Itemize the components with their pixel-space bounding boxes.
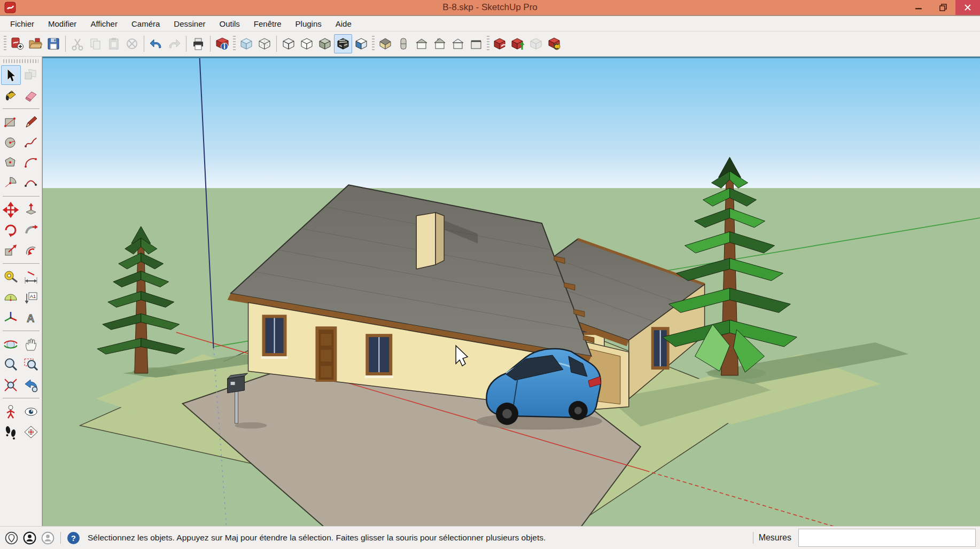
view-iso-button[interactable] (376, 34, 394, 53)
front-window-left (261, 315, 288, 359)
copy-button[interactable] (87, 34, 105, 53)
tool-arc[interactable] (21, 153, 41, 172)
undo-button[interactable] (147, 34, 165, 53)
menu-outils[interactable]: Outils (213, 16, 247, 32)
save-model-button[interactable] (44, 34, 63, 53)
tool-axes[interactable] (1, 308, 21, 327)
menu-aide[interactable]: Aide (329, 16, 359, 32)
tool-3d-text[interactable]: A (21, 308, 41, 327)
tool-offset[interactable] (21, 240, 41, 260)
tool-orbit[interactable] (1, 334, 21, 354)
tool-polygon[interactable] (1, 153, 21, 172)
style-shaded-button[interactable] (316, 34, 334, 53)
3d-text-icon: A (23, 310, 39, 326)
cut-button[interactable] (68, 34, 87, 53)
svg-text:?: ? (71, 534, 76, 542)
new-model-button[interactable] (8, 34, 26, 53)
style-back-edges-button[interactable] (255, 34, 274, 53)
zoom-icon (3, 357, 19, 373)
close-button[interactable] (955, 0, 980, 15)
menu-plugins[interactable]: Plugins (289, 16, 329, 32)
tool-follow-me[interactable] (21, 220, 41, 240)
style-shaded-with-textures-button[interactable] (334, 34, 352, 53)
rectangle-icon (3, 114, 19, 130)
toolbar-handle[interactable] (487, 36, 489, 52)
tool-pie[interactable] (1, 173, 21, 193)
tool-paint-bucket[interactable] (1, 85, 21, 105)
tool-pan[interactable] (21, 334, 41, 354)
toolbar-handle[interactable] (372, 36, 375, 52)
view-left-icon (469, 37, 483, 51)
menu-afficher[interactable]: Afficher (83, 16, 125, 32)
geolocation-icon[interactable] (4, 531, 19, 545)
tool-position-camera[interactable] (1, 402, 21, 421)
tool-circle[interactable] (1, 132, 21, 152)
redo-button[interactable] (165, 34, 183, 53)
view-back-button[interactable] (449, 34, 467, 53)
tool-protractor[interactable] (1, 287, 21, 307)
style-hidden-line-button[interactable] (298, 34, 316, 53)
model-info-button[interactable] (213, 34, 231, 53)
palette-handle[interactable] (3, 59, 38, 63)
menu-dessiner[interactable]: Dessiner (167, 16, 212, 32)
tool-palette: A1 A (0, 57, 42, 526)
open-model-button[interactable] (26, 34, 44, 53)
line-pencil-icon (23, 114, 39, 130)
get-models-button[interactable] (527, 34, 546, 53)
tool-make-component[interactable] (21, 65, 41, 85)
extension-warehouse-button[interactable] (546, 34, 564, 53)
view-top-icon (396, 37, 410, 51)
toolbar-handle[interactable] (233, 36, 236, 52)
minimize-button[interactable] (906, 0, 931, 15)
view-front-button[interactable] (413, 34, 431, 53)
toolbar-handle[interactable] (4, 36, 6, 52)
claim-credit-icon[interactable] (22, 531, 37, 545)
tool-zoom[interactable] (1, 355, 21, 374)
menu-modifier[interactable]: Modifier (41, 16, 83, 32)
tool-eraser[interactable] (21, 85, 41, 105)
tool-line[interactable] (21, 112, 41, 132)
tool-move[interactable] (1, 200, 21, 219)
tool-arc-2-point[interactable] (21, 173, 41, 193)
style-monochrome-button[interactable] (352, 34, 370, 53)
menu-camera[interactable]: Caméra (125, 16, 167, 32)
tool-section-plane[interactable] (21, 422, 41, 442)
tool-zoom-window[interactable] (21, 355, 41, 374)
help-icon[interactable]: ? (66, 531, 81, 545)
tool-rectangle[interactable] (1, 112, 21, 132)
paste-button[interactable] (105, 34, 123, 53)
menu-fichier[interactable]: Fichier (3, 16, 41, 32)
menu-fenetre[interactable]: Fenêtre (247, 16, 289, 32)
share-component-button[interactable] (509, 34, 527, 53)
tool-walk[interactable] (1, 422, 21, 442)
tool-tape-measure[interactable] (1, 267, 21, 287)
tool-select[interactable] (1, 65, 21, 85)
view-top-button[interactable] (394, 34, 413, 53)
view-front-icon (415, 37, 429, 51)
view-left-button[interactable] (467, 34, 485, 53)
tool-zoom-extents[interactable] (1, 375, 21, 395)
style-x-ray-button[interactable] (237, 34, 255, 53)
status-divider (753, 532, 753, 544)
tool-text[interactable]: A1 (21, 287, 41, 307)
walk-footprints-icon (3, 424, 19, 440)
measurements-input[interactable] (798, 529, 976, 547)
sign-in-user-icon[interactable] (41, 531, 55, 545)
delete-button[interactable] (123, 34, 141, 53)
position-camera-icon (3, 404, 19, 420)
view-right-button[interactable] (431, 34, 449, 53)
tool-look-around[interactable] (21, 402, 41, 421)
tool-rotate[interactable] (1, 220, 21, 240)
share-model-button[interactable] (491, 34, 509, 53)
style-wireframe-button[interactable] (279, 34, 298, 53)
tool-scale[interactable] (1, 240, 21, 260)
back-edges-icon (258, 37, 271, 51)
viewport-3d[interactable] (42, 57, 980, 526)
tool-freehand[interactable] (21, 132, 41, 152)
tool-dimensions[interactable] (21, 267, 41, 287)
restore-button[interactable] (931, 0, 955, 15)
print-button[interactable] (189, 34, 207, 53)
tool-zoom-previous[interactable] (21, 375, 41, 395)
share-component-icon (511, 37, 525, 51)
tool-push-pull[interactable] (21, 200, 41, 219)
